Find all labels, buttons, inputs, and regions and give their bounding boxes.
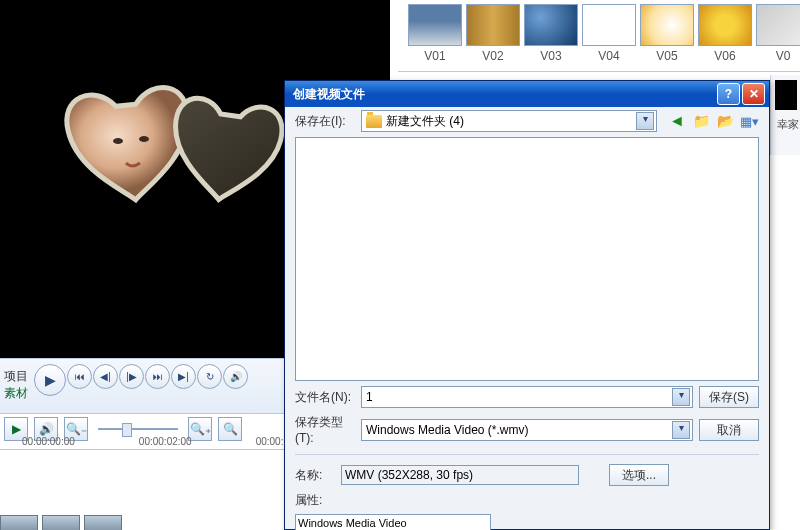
filetype-label: 保存类型(T): (295, 414, 355, 445)
clip[interactable] (0, 515, 38, 530)
right-preview-label: 幸家 (777, 117, 799, 132)
preview-content (60, 75, 300, 245)
end-button[interactable]: ▶| (171, 364, 196, 389)
cancel-button[interactable]: 取消 (699, 419, 759, 441)
step-back-button[interactable]: ◀| (93, 364, 118, 389)
save-in-label: 保存在(I): (295, 113, 355, 130)
dialog-title: 创建视频文件 (293, 86, 715, 103)
folder-icon (366, 115, 382, 128)
file-list[interactable] (295, 137, 759, 381)
folder-name: 新建文件夹 (4) (386, 113, 464, 130)
name-label: 名称: (295, 467, 335, 484)
up-folder-button[interactable]: 📁 (691, 111, 711, 131)
filetype-combo[interactable]: Windows Media Video (*.wmv) (361, 419, 693, 441)
volume-button[interactable]: 🔊 (223, 364, 248, 389)
prev-clip-button[interactable]: ⏮ (67, 364, 92, 389)
thumb-v07[interactable]: V0 (756, 4, 800, 67)
back-button[interactable]: ◄ (667, 111, 687, 131)
save-dialog: 创建视频文件 ? ✕ 保存在(I): 新建文件夹 (4) ◄ 📁 📂 ▦▾ 文件… (284, 80, 770, 530)
step-fwd-button[interactable]: |▶ (119, 364, 144, 389)
template-thumbnails: V01 V02 V03 V04 V05 V06 V0 (398, 0, 800, 72)
thumb-v05[interactable]: V05 (640, 4, 694, 67)
source-labels: 项目 素材 (4, 368, 28, 402)
timeline-clips (0, 515, 130, 530)
thumb-v03[interactable]: V03 (524, 4, 578, 67)
thumb-v06[interactable]: V06 (698, 4, 752, 67)
thumb-v04[interactable]: V04 (582, 4, 636, 67)
source-label[interactable]: 素材 (4, 385, 28, 402)
project-label[interactable]: 项目 (4, 368, 28, 385)
options-button[interactable]: 选项... (609, 464, 669, 486)
dialog-titlebar[interactable]: 创建视频文件 ? ✕ (285, 81, 769, 107)
timeline-ruler: 00:00:00:00 00:00:02:00 00:00:04:00 (22, 436, 308, 447)
clip[interactable] (42, 515, 80, 530)
thumb-v02[interactable]: V02 (466, 4, 520, 67)
svg-point-1 (139, 136, 149, 142)
save-in-combo[interactable]: 新建文件夹 (4) (361, 110, 657, 132)
right-preview-thumb[interactable] (775, 80, 797, 110)
close-button[interactable]: ✕ (742, 83, 765, 105)
play-button[interactable]: ▶ (34, 364, 66, 396)
clip[interactable] (84, 515, 122, 530)
save-button[interactable]: 保存(S) (699, 386, 759, 408)
help-button[interactable]: ? (717, 83, 740, 105)
zoom-slider[interactable] (98, 428, 178, 430)
new-folder-button[interactable]: 📂 (715, 111, 735, 131)
properties-box: Windows Media Video 24 位, 352 x 288, 30 … (295, 514, 491, 530)
thumb-v01[interactable]: V01 (408, 4, 462, 67)
filename-label: 文件名(N): (295, 389, 355, 406)
svg-point-0 (113, 138, 123, 144)
next-clip-button[interactable]: ⏭ (145, 364, 170, 389)
repeat-button[interactable]: ↻ (197, 364, 222, 389)
props-label: 属性: (295, 492, 335, 509)
format-name-field: WMV (352X288, 30 fps) (341, 465, 579, 485)
filename-input[interactable]: 1 (361, 386, 693, 408)
view-menu-button[interactable]: ▦▾ (739, 111, 759, 131)
